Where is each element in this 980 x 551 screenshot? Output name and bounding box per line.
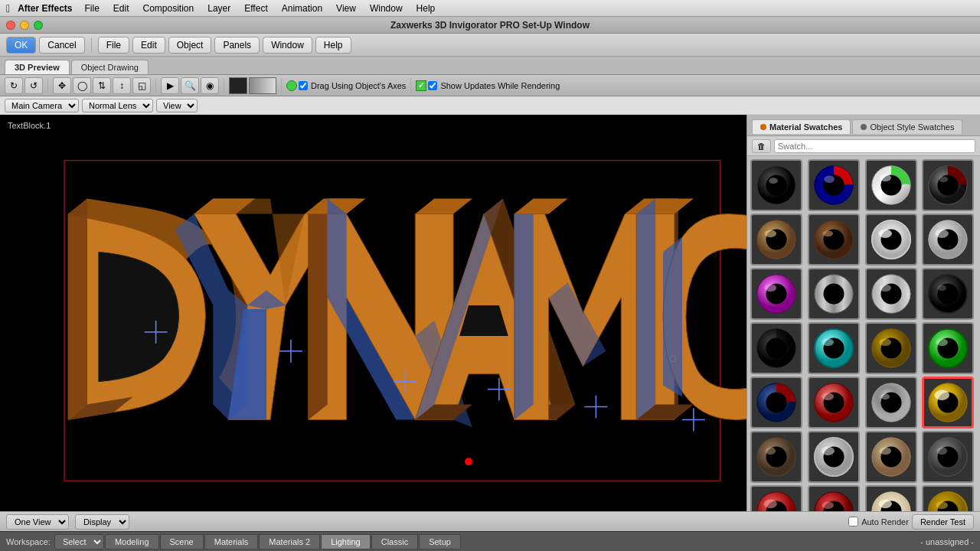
window-title: Zaxwerks 3D Invigorator PRO Set-Up Windo…	[390, 20, 590, 31]
view-select-cam[interactable]: View	[156, 99, 198, 112]
color-swatch2[interactable]	[249, 77, 276, 94]
file-button[interactable]: File	[98, 37, 129, 54]
rotate-icon[interactable]: ↻	[5, 77, 23, 94]
ws-classic-button[interactable]: Classic	[371, 534, 418, 549]
color-swatch1[interactable]	[229, 77, 247, 94]
zoom-icon[interactable]: ⇅	[93, 77, 111, 94]
swatch-search-input[interactable]	[774, 139, 975, 153]
svg-point-45	[765, 284, 776, 292]
svg-point-75	[935, 390, 949, 401]
window-button[interactable]: Window	[263, 37, 312, 54]
svg-point-42	[936, 229, 949, 238]
swatch-26[interactable]	[808, 485, 860, 511]
text-block-label: TextBlock.1	[8, 121, 51, 130]
swatch-7[interactable]	[865, 214, 917, 266]
panels-button[interactable]: Panels	[214, 37, 260, 54]
swatch-14[interactable]	[808, 322, 860, 374]
svg-point-58	[822, 338, 833, 346]
workspace-select[interactable]: Select	[54, 534, 104, 549]
menu-animation[interactable]: Animation	[276, 2, 328, 15]
sep5	[410, 78, 411, 93]
tab-material-swatches[interactable]: Material Swatches	[752, 119, 851, 134]
swatch-19[interactable]	[865, 377, 917, 429]
close-button[interactable]	[6, 21, 15, 30]
swatch-24[interactable]	[922, 431, 974, 483]
swatch-11[interactable]	[865, 268, 917, 320]
swatch-17[interactable]	[750, 377, 802, 429]
swatch-25[interactable]	[750, 485, 802, 511]
swatch-28[interactable]	[922, 485, 974, 511]
swatch-9[interactable]	[750, 268, 802, 320]
display-select[interactable]: Display	[75, 514, 129, 530]
swatch-8[interactable]	[922, 214, 974, 266]
ws-materials2-button[interactable]: Materials 2	[259, 534, 320, 549]
drag-axes-label: Drag Using Object's Axes	[299, 81, 406, 90]
move-icon[interactable]: ✥	[53, 77, 71, 94]
camera-toolbar: Main Camera Normal Lens View	[0, 96, 980, 115]
ws-lighting-button[interactable]: Lighting	[321, 534, 371, 549]
swatch-5[interactable]	[750, 214, 802, 266]
ok-button[interactable]: OK	[6, 37, 36, 54]
menu-effect[interactable]: Effect	[238, 2, 273, 15]
apple-menu[interactable]: 	[6, 2, 10, 15]
swatch-21[interactable]	[750, 431, 802, 483]
camera-select[interactable]: Main Camera	[5, 99, 79, 112]
delete-swatch-button[interactable]: 🗑	[752, 139, 771, 153]
swatch-2[interactable]	[808, 159, 860, 211]
canvas-svg	[0, 115, 746, 511]
swatch-16[interactable]	[922, 322, 974, 374]
sphere-icon[interactable]: ◉	[201, 77, 219, 94]
drag-axes-checkbox[interactable]	[299, 81, 308, 90]
swatch-20[interactable]	[922, 377, 974, 429]
menu-file[interactable]: File	[78, 2, 105, 15]
swatch-3[interactable]	[865, 159, 917, 211]
object-button[interactable]: Object	[168, 37, 212, 54]
view-mode-select[interactable]: One View	[6, 514, 69, 530]
tab-object-style-swatches[interactable]: Object Style Swatches	[852, 119, 962, 134]
swatch-4[interactable]	[922, 159, 974, 211]
search-icon[interactable]: 🔍	[181, 77, 199, 94]
canvas-area[interactable]: TextBlock.1	[0, 115, 746, 511]
orbit-icon[interactable]: ◯	[73, 77, 91, 94]
help-button[interactable]: Help	[315, 37, 351, 54]
rotate2-icon[interactable]: ↺	[24, 77, 43, 94]
ws-setup-button[interactable]: Setup	[419, 534, 461, 549]
minimize-button[interactable]	[20, 21, 29, 30]
swatch-15[interactable]	[865, 322, 917, 374]
fit-icon[interactable]: ◱	[132, 77, 151, 94]
swatch-6[interactable]	[808, 214, 860, 266]
ws-modeling-button[interactable]: Modeling	[105, 534, 159, 549]
second-toolbar: ↻ ↺ ✥ ◯ ⇅ ↕ ◱ ▶ 🔍 ◉ Drag Using Object's …	[0, 75, 980, 96]
show-updates-checkbox[interactable]	[428, 81, 437, 90]
swatch-18[interactable]	[808, 377, 860, 429]
render-test-button[interactable]: Render Test	[912, 514, 974, 530]
pan-icon[interactable]: ↕	[113, 77, 131, 94]
swatch-22[interactable]	[808, 431, 860, 483]
ws-scene-button[interactable]: Scene	[160, 534, 204, 549]
cancel-button[interactable]: Cancel	[39, 37, 84, 54]
svg-point-84	[879, 447, 890, 455]
menu-composition[interactable]: Composition	[137, 2, 201, 15]
tab-object-drawing[interactable]: Object Drawing	[71, 60, 149, 74]
lens-select[interactable]: Normal Lens	[82, 99, 153, 112]
menu-layer[interactable]: Layer	[201, 2, 237, 15]
maximize-button[interactable]	[34, 21, 43, 30]
swatch-23[interactable]	[865, 431, 917, 483]
swatch-12[interactable]	[922, 268, 974, 320]
swatch-13[interactable]	[750, 322, 802, 374]
menu-help[interactable]: Help	[410, 2, 442, 15]
tab-3d-preview[interactable]: 3D Preview	[5, 60, 70, 74]
arrow-icon[interactable]: ▶	[161, 77, 179, 94]
menu-edit[interactable]: Edit	[107, 2, 136, 15]
swatch-1[interactable]	[750, 159, 802, 211]
menu-window[interactable]: Window	[364, 2, 409, 15]
ws-materials-button[interactable]: Materials	[204, 534, 259, 549]
show-updates-indicator: ✓	[416, 80, 426, 91]
auto-render-checkbox[interactable]	[848, 517, 858, 527]
swatch-10[interactable]	[808, 268, 860, 320]
edit-button[interactable]: Edit	[132, 37, 165, 54]
menu-view[interactable]: View	[330, 2, 362, 15]
auto-render-group: Auto Render Render Test	[848, 514, 974, 530]
swatch-27[interactable]	[865, 485, 917, 511]
swatches-tabs: Material Swatches Object Style Swatches	[747, 115, 980, 136]
